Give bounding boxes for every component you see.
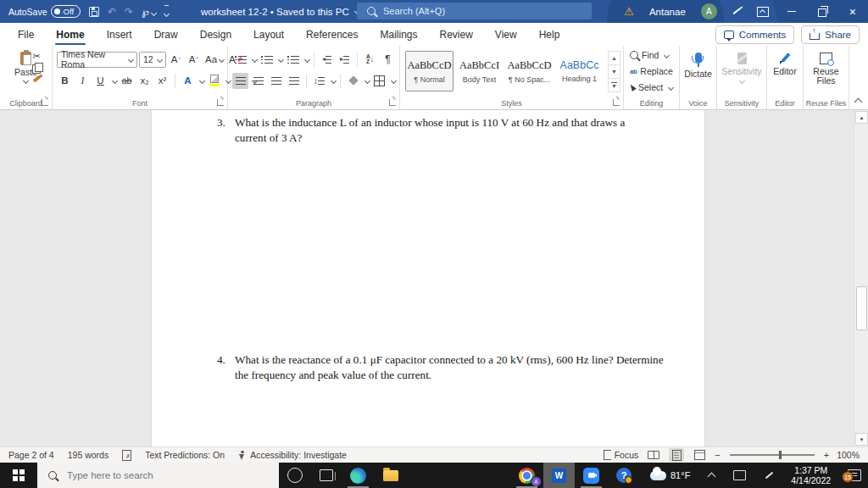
decrease-indent-button[interactable]: ◂	[319, 52, 335, 68]
zoom-level[interactable]: 100%	[837, 450, 860, 460]
clipboard-dialog-launcher[interactable]	[42, 99, 48, 106]
numbered-list-dropdown-icon[interactable]	[278, 56, 284, 62]
zoom-in-button[interactable]: +	[824, 450, 829, 460]
align-center-button[interactable]	[250, 73, 266, 89]
styles-dialog-launcher[interactable]	[613, 99, 620, 106]
show-marks-button[interactable]: ¶	[380, 52, 396, 68]
strikethrough-button[interactable]: ab	[119, 73, 135, 89]
underline-button[interactable]: U	[92, 73, 108, 89]
page-indicator[interactable]: Page 2 of 4	[8, 450, 54, 460]
bullet-list-dropdown-icon[interactable]	[252, 56, 258, 62]
pen-tray-button[interactable]	[756, 474, 782, 476]
shrink-font-button[interactable]: Aˇ	[186, 52, 202, 68]
scroll-down-icon[interactable]: ▼	[855, 433, 868, 446]
task-view-button[interactable]	[311, 463, 342, 488]
close-button[interactable]: ×	[837, 0, 868, 23]
help-button[interactable]: ?	[608, 468, 640, 483]
tab-insert[interactable]: Insert	[96, 24, 143, 45]
cortana-button[interactable]	[279, 463, 311, 488]
taskbar-search-input[interactable]	[65, 469, 238, 481]
titlebar-search[interactable]: Search (Alt+Q)	[357, 3, 592, 19]
bullet-list-button[interactable]	[232, 52, 248, 68]
font-size-select[interactable]: 12	[139, 52, 166, 68]
focus-button[interactable]: Focus	[604, 450, 639, 460]
paragraph-dialog-launcher[interactable]	[389, 99, 396, 106]
text-predictions[interactable]: Text Predictions: On	[145, 450, 225, 460]
read-mode-button[interactable]	[646, 448, 661, 462]
superscript-button[interactable]: x²	[154, 73, 170, 89]
tab-home[interactable]: Home	[45, 24, 95, 45]
line-spacing-button[interactable]: ↕	[311, 73, 327, 89]
borders-button[interactable]	[371, 73, 387, 89]
align-right-button[interactable]	[268, 73, 284, 89]
vertical-scrollbar[interactable]: ▲ ▼	[854, 110, 868, 446]
document-title[interactable]: worksheet 12-2 • Saved to this PC	[201, 0, 359, 23]
chrome-button[interactable]: A	[510, 463, 543, 488]
document-page[interactable]: 3. What is the inductance L of an induct…	[151, 110, 705, 446]
ribbon-display-options-icon[interactable]	[749, 0, 776, 23]
word-count[interactable]: 195 words	[68, 450, 108, 460]
multilevel-list-dropdown-icon[interactable]	[304, 56, 310, 62]
tab-mailings[interactable]: Mailings	[369, 24, 428, 45]
find-button[interactable]: Find	[624, 48, 679, 62]
multilevel-list-button[interactable]	[285, 52, 301, 68]
increase-indent-button[interactable]: ▸	[337, 52, 353, 68]
tab-references[interactable]: References	[295, 24, 369, 45]
share-button[interactable]: Share	[801, 25, 860, 44]
account-name[interactable]: Antanae	[642, 0, 693, 23]
font-dialog-launcher[interactable]	[217, 99, 224, 106]
styles-scroll-up-icon[interactable]: ▲	[609, 52, 620, 65]
edge-button[interactable]	[342, 463, 375, 488]
proofing-icon[interactable]: ✗	[122, 450, 131, 461]
text-effects-dropdown-icon[interactable]	[199, 77, 205, 83]
word-taskbar-button[interactable]: W	[543, 463, 575, 488]
weather-widget[interactable]: 81°F	[642, 470, 698, 480]
align-left-button[interactable]	[232, 73, 248, 89]
tray-expand-button[interactable]	[700, 472, 723, 480]
comments-button[interactable]: Comments	[715, 25, 795, 44]
replace-button[interactable]: abReplace	[624, 64, 679, 78]
ink-pen-icon[interactable]	[725, 0, 749, 23]
bold-button[interactable]: B	[57, 73, 73, 89]
sort-button[interactable]: AZ↓	[362, 52, 378, 68]
copy-icon[interactable]	[32, 64, 41, 74]
taskbar-search[interactable]	[37, 463, 279, 488]
font-family-select[interactable]: Times New Roma	[57, 52, 137, 68]
tab-layout[interactable]: Layout	[242, 24, 295, 45]
dictate-button[interactable]: Dictate	[680, 46, 716, 79]
tab-file[interactable]: File	[7, 24, 45, 45]
web-layout-button[interactable]	[692, 448, 707, 462]
reuse-files-button[interactable]: Reuse Files	[810, 46, 843, 86]
styles-scroll-down-icon[interactable]: ▼	[609, 65, 620, 79]
clock[interactable]: 1:37 PM 4/14/2022	[784, 465, 837, 486]
change-case-button[interactable]: Aa	[203, 52, 225, 68]
accessibility-status[interactable]: Accessibility: Investigate	[238, 450, 347, 460]
zoom-slider[interactable]	[730, 454, 815, 455]
autosave-toggle[interactable]: AutoSave Off	[8, 5, 81, 18]
underline-dropdown-icon[interactable]	[112, 77, 118, 83]
zoom-slider-thumb[interactable]	[779, 451, 782, 459]
file-explorer-button[interactable]	[375, 463, 407, 488]
style-normal[interactable]: AaBbCcD ¶ Normal	[405, 51, 453, 92]
justify-button[interactable]	[286, 73, 302, 89]
style-body-text[interactable]: AaBbCcI Body Text	[455, 51, 504, 92]
text-effects-button[interactable]: A	[180, 73, 196, 89]
editor-button[interactable]: Editor	[767, 46, 803, 76]
scrollbar-thumb[interactable]	[856, 286, 867, 330]
scroll-up-icon[interactable]: ▲	[855, 111, 868, 124]
collapse-ribbon-icon[interactable]	[854, 98, 863, 107]
numbered-list-button[interactable]	[259, 52, 275, 68]
warning-icon[interactable]: ⚠	[616, 0, 642, 23]
tab-help[interactable]: Help	[528, 24, 571, 45]
restore-button[interactable]	[807, 0, 837, 23]
shading-dropdown-icon[interactable]	[364, 77, 370, 83]
print-layout-button[interactable]	[669, 448, 684, 462]
start-button[interactable]	[0, 463, 37, 488]
italic-button[interactable]: I	[75, 73, 91, 89]
zoom-app-button[interactable]	[575, 463, 608, 488]
quick-access-tool-icon[interactable]: ℘	[142, 7, 155, 17]
paste-button[interactable]: Paste	[0, 46, 52, 83]
style-heading-1[interactable]: AaBbCc Heading 1	[555, 51, 604, 92]
subscript-button[interactable]: x₂	[136, 73, 153, 89]
cut-icon[interactable]: ✂	[32, 52, 40, 61]
